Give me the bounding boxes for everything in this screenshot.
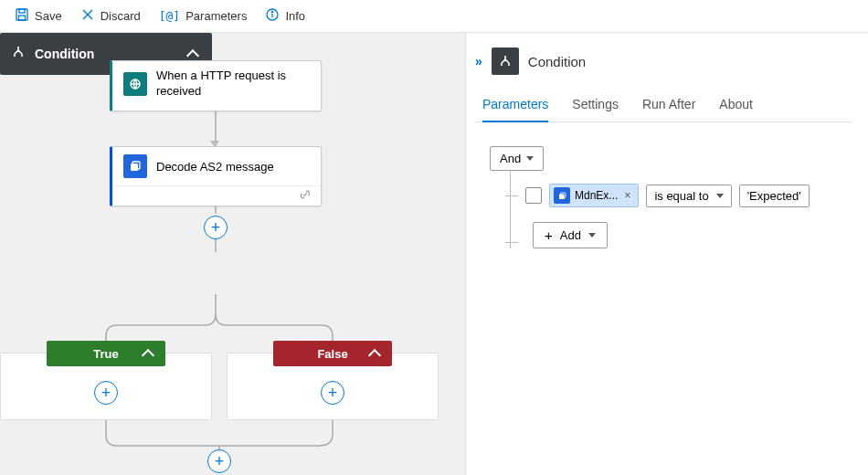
svg-rect-0 — [16, 9, 27, 20]
node-header: Decode AS2 message — [112, 147, 321, 185]
token-remove-button[interactable]: × — [622, 189, 632, 202]
parameters-label: Parameters — [185, 9, 247, 23]
link-icon — [299, 188, 312, 204]
svg-rect-11 — [559, 194, 565, 199]
add-step-bottom-button[interactable]: + — [207, 449, 231, 473]
tree-connector — [505, 242, 518, 243]
info-button[interactable]: Info — [259, 4, 311, 28]
tab-run-after[interactable]: Run After — [642, 90, 695, 121]
operator-dropdown[interactable]: is equal to — [646, 185, 731, 207]
svg-rect-9 — [131, 164, 138, 171]
trigger-node-http-request[interactable]: When a HTTP request is received — [110, 60, 322, 111]
parameters-button[interactable]: [@] Parameters — [153, 5, 253, 26]
discard-button[interactable]: Discard — [75, 4, 146, 28]
row-checkbox[interactable] — [525, 187, 542, 204]
panel-header: » Condition — [475, 44, 852, 90]
add-action-false-button[interactable]: + — [321, 381, 344, 405]
document-stack-icon — [554, 187, 570, 204]
tree-connector — [505, 195, 518, 196]
node-footer — [112, 185, 321, 206]
add-action-true-button[interactable]: + — [94, 381, 118, 405]
panel-title: Condition — [528, 54, 586, 69]
group-operator-label: And — [500, 152, 521, 165]
branch-label: True — [93, 347, 118, 361]
collapse-panel-icon[interactable]: » — [475, 54, 482, 69]
branch-true-header[interactable]: True — [47, 341, 165, 366]
action-node-decode-as2[interactable]: Decode AS2 message — [110, 146, 322, 206]
operand-right-value: 'Expected' — [747, 189, 801, 203]
parameters-icon: [@] — [159, 9, 180, 23]
add-condition-button[interactable]: + Add — [533, 222, 608, 248]
branch-false-header[interactable]: False — [273, 341, 392, 366]
condition-row: MdnEx... × is equal to 'Expected' — [505, 184, 852, 207]
chevron-up-icon[interactable] — [143, 347, 156, 360]
node-header: When a HTTP request is received — [112, 61, 321, 107]
chevron-down-icon — [716, 194, 724, 198]
group-operator-dropdown[interactable]: And — [490, 146, 544, 171]
save-icon — [15, 7, 29, 25]
branch-body: + — [1, 366, 211, 419]
save-button[interactable]: Save — [9, 4, 68, 28]
svg-point-7 — [272, 11, 273, 12]
close-icon — [80, 7, 95, 25]
add-row-wrap: + Add — [505, 207, 852, 248]
condition-icon — [11, 45, 26, 63]
branch-body: + — [228, 366, 438, 419]
condition-icon — [492, 48, 519, 75]
chevron-up-icon[interactable] — [188, 48, 201, 60]
operand-left-token[interactable]: MdnEx... × — [549, 184, 639, 207]
node-title: When a HTTP request is received — [156, 69, 310, 100]
node-title: Condition — [35, 47, 179, 61]
node-title: Decode AS2 message — [156, 160, 274, 174]
plus-icon: + — [545, 228, 553, 242]
properties-panel: » Condition Parameters Settings Run Afte… — [466, 33, 868, 475]
main: When a HTTP request is received Decode A… — [0, 33, 868, 475]
add-step-button[interactable]: + — [204, 216, 228, 239]
designer-canvas[interactable]: When a HTTP request is received Decode A… — [0, 33, 466, 475]
condition-tree: MdnEx... × is equal to 'Expected' + — [510, 171, 852, 248]
toolbar: Save Discard [@] Parameters Info — [0, 0, 868, 33]
save-label: Save — [35, 9, 62, 23]
condition-editor: And MdnEx... × is equal to — [475, 122, 852, 248]
chevron-down-icon — [526, 156, 534, 161]
chevron-down-icon — [588, 233, 596, 238]
discard-label: Discard — [101, 9, 141, 23]
operand-right-input[interactable]: 'Expected' — [739, 185, 810, 207]
tab-settings[interactable]: Settings — [572, 90, 619, 121]
tab-parameters[interactable]: Parameters — [482, 90, 548, 122]
document-stack-icon — [123, 154, 147, 178]
panel-tabs: Parameters Settings Run After About — [475, 90, 852, 122]
chevron-up-icon[interactable] — [370, 347, 383, 360]
branch-false-container: False + — [227, 353, 439, 420]
branch-label: False — [317, 347, 347, 361]
svg-rect-2 — [19, 16, 26, 20]
add-label: Add — [560, 228, 581, 242]
info-icon — [265, 7, 280, 25]
info-label: Info — [285, 9, 305, 23]
svg-rect-1 — [19, 9, 25, 13]
branch-true-container: True + — [0, 353, 212, 420]
tab-about[interactable]: About — [719, 90, 753, 121]
http-icon — [123, 72, 147, 96]
operator-label: is equal to — [654, 189, 708, 203]
token-text: MdnEx... — [575, 189, 618, 202]
